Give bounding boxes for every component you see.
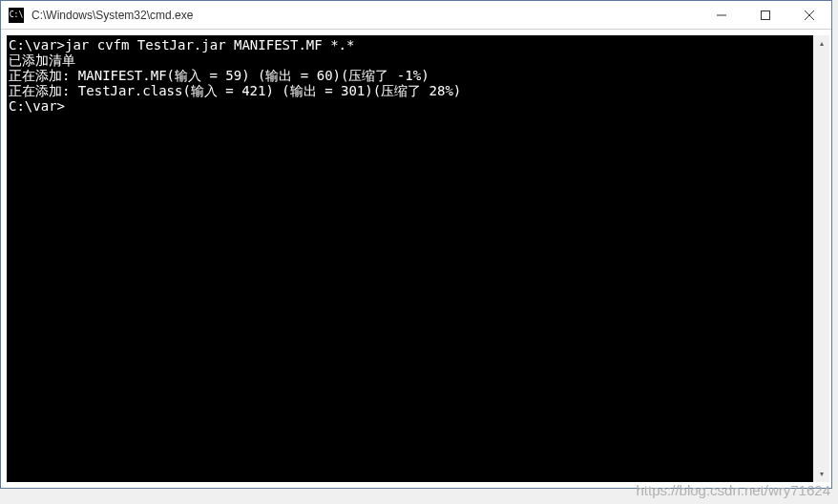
- terminal[interactable]: C:\var>jar cvfm TestJar.jar MANIFEST.MF …: [7, 35, 813, 482]
- scroll-down-icon[interactable]: ▾: [813, 466, 829, 482]
- scroll-up-icon[interactable]: ▴: [813, 35, 829, 52]
- app-icon-label: C:\: [10, 10, 23, 19]
- terminal-line: 正在添加: MANIFEST.MF(输入 = 59) (输出 = 60)(压缩了…: [9, 68, 813, 83]
- terminal-line: 正在添加: TestJar.class(输入 = 421) (输出 = 301)…: [9, 83, 813, 98]
- window-controls: [700, 1, 831, 29]
- window-title: C:\Windows\System32\cmd.exe: [30, 9, 700, 22]
- terminal-line: 已添加清单: [9, 52, 813, 68]
- close-button[interactable]: [787, 1, 831, 29]
- close-icon: [805, 10, 814, 20]
- content-area: C:\var>jar cvfm TestJar.jar MANIFEST.MF …: [1, 30, 831, 488]
- terminal-line: C:\var>jar cvfm TestJar.jar MANIFEST.MF …: [9, 37, 813, 52]
- app-icon: C:\: [9, 8, 24, 23]
- titlebar[interactable]: C:\ C:\Windows\System32\cmd.exe: [1, 1, 831, 30]
- maximize-icon: [761, 10, 770, 20]
- minimize-icon: [717, 10, 726, 20]
- vertical-scrollbar[interactable]: ▴ ▾: [813, 35, 829, 482]
- maximize-button[interactable]: [744, 1, 787, 29]
- minimize-button[interactable]: [700, 1, 744, 29]
- cmd-window: C:\ C:\Windows\System32\cmd.exe C:\var>j…: [0, 0, 832, 489]
- svg-rect-1: [762, 10, 770, 19]
- terminal-line: C:\var>: [9, 98, 813, 114]
